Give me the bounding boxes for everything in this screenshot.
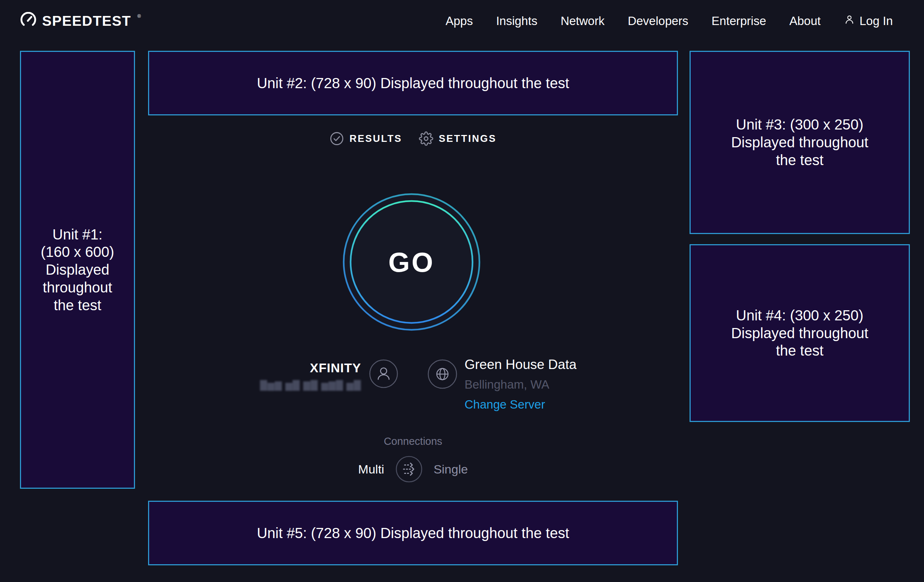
connections-section: Connections Multi Single xyxy=(148,435,678,483)
tab-results-label: RESULTS xyxy=(350,133,402,144)
ad-text-line: Unit #2: (728 x 90) Displayed throughout… xyxy=(257,74,569,92)
login-label: Log In xyxy=(860,14,893,28)
ad-text-line: Unit #4: (300 x 250) xyxy=(736,307,863,325)
server-text: Green House Data Bellingham, WA Change S… xyxy=(465,357,577,411)
change-server-link[interactable]: Change Server xyxy=(465,398,577,411)
ad-unit-5: Unit #5: (728 x 90) Displayed throughout… xyxy=(148,501,678,565)
ad-unit-3: Unit #3: (300 x 250) Displayed throughou… xyxy=(690,51,910,234)
go-label: GO xyxy=(341,191,482,333)
ad-text-line: the test xyxy=(54,297,101,314)
isp-name: XFINITY xyxy=(260,361,361,375)
isp-person-icon xyxy=(369,359,398,390)
go-button[interactable]: GO xyxy=(341,191,482,333)
top-nav: SPEEDTEST ® Apps Insights Network Develo… xyxy=(0,0,924,42)
nav-item-about[interactable]: About xyxy=(789,14,820,28)
ad-text-line: the test xyxy=(776,151,823,169)
ad-text-line: Displayed throughout xyxy=(731,134,868,151)
globe-icon xyxy=(427,359,457,391)
user-icon xyxy=(844,14,855,28)
server-block: Green House Data Bellingham, WA Change S… xyxy=(413,356,678,411)
nav-item-insights[interactable]: Insights xyxy=(496,14,538,28)
tab-bar: RESULTS SETTINGS xyxy=(148,131,678,146)
ad-text-line: Unit #5: (728 x 90) Displayed throughout… xyxy=(257,524,569,542)
gear-icon xyxy=(419,131,433,146)
server-name: Green House Data xyxy=(465,357,577,372)
redacted-ip: █▆▇ ▆█ ▇█ ▆▇█ ▆█ xyxy=(260,380,361,391)
connections-label: Connections xyxy=(148,435,678,447)
ad-text-line: Unit #1: xyxy=(53,226,103,244)
ad-text-line: (160 x 600) xyxy=(41,243,114,261)
check-circle-icon xyxy=(330,131,344,146)
speedtest-page: SPEEDTEST ® Apps Insights Network Develo… xyxy=(0,0,924,582)
connection-mode-toggle[interactable] xyxy=(395,455,423,483)
ad-text-line: Unit #3: (300 x 250) xyxy=(736,116,863,134)
nav-item-enterprise[interactable]: Enterprise xyxy=(712,14,766,28)
connections-toggle-row: Multi Single xyxy=(148,455,678,483)
nav-item-apps[interactable]: Apps xyxy=(446,14,473,28)
isp-text: XFINITY █▆▇ ▆█ ▇█ ▆▇█ ▆█ xyxy=(260,361,361,391)
tab-results[interactable]: RESULTS xyxy=(330,131,402,146)
ad-text-line: Displayed xyxy=(46,261,110,279)
speedtest-logo[interactable]: SPEEDTEST ® xyxy=(20,12,140,30)
ad-unit-2: Unit #2: (728 x 90) Displayed throughout… xyxy=(148,51,678,115)
ad-unit-4: Unit #4: (300 x 250) Displayed throughou… xyxy=(690,244,910,422)
connection-meta-row: XFINITY █▆▇ ▆█ ▇█ ▆▇█ ▆█ xyxy=(148,356,678,411)
login-button[interactable]: Log In xyxy=(844,14,893,28)
gauge-logo-icon xyxy=(20,12,37,30)
ad-text-line: throughout xyxy=(43,279,112,297)
brand-trademark: ® xyxy=(137,13,141,19)
server-location: Bellingham, WA xyxy=(465,378,577,391)
brand-name: SPEEDTEST xyxy=(42,13,131,29)
nav-item-network[interactable]: Network xyxy=(561,14,605,28)
ad-unit-1: Unit #1: (160 x 600) Displayed throughou… xyxy=(20,51,135,489)
multi-option[interactable]: Multi xyxy=(358,462,384,476)
multi-arrows-icon xyxy=(395,478,423,484)
isp-block: XFINITY █▆▇ ▆█ ▇█ ▆▇█ ▆█ xyxy=(148,356,413,391)
tab-settings[interactable]: SETTINGS xyxy=(419,131,497,146)
ad-text-line: Displayed throughout xyxy=(731,325,868,342)
ad-text-line: the test xyxy=(776,342,823,359)
nav-links: Apps Insights Network Developers Enterpr… xyxy=(446,14,893,28)
nav-item-developers[interactable]: Developers xyxy=(628,14,688,28)
single-option[interactable]: Single xyxy=(434,462,468,476)
tab-settings-label: SETTINGS xyxy=(439,133,497,144)
